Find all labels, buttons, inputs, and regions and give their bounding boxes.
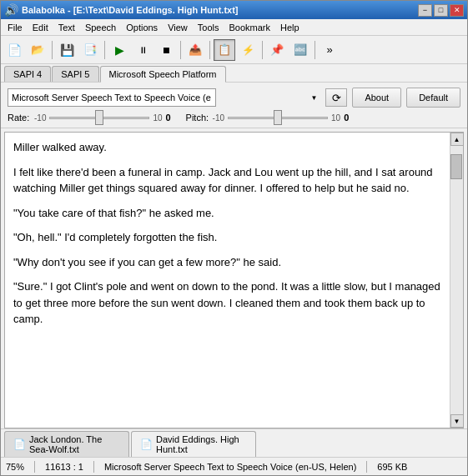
rate-min: -10 xyxy=(34,113,46,123)
menubar: FileEditTextSpeechOptionsViewToolsBookma… xyxy=(1,19,467,36)
active-doc-button[interactable]: 📋 xyxy=(214,39,235,61)
tab-microsoft-speech[interactable]: Microsoft Speech Platform xyxy=(100,66,226,83)
file-tab-sea-wolf[interactable]: 📄 Jack London. The Sea-Wolf.txt xyxy=(4,431,129,457)
toolbar-sep-1 xyxy=(52,41,53,59)
play-button[interactable]: ▶ xyxy=(108,39,130,61)
toolbar-sep-4 xyxy=(209,41,210,59)
minimize-button[interactable]: − xyxy=(418,4,432,17)
scrollbar: ▲ ▼ xyxy=(450,133,463,428)
status-size: 695 KB xyxy=(377,462,407,472)
rate-max: 10 xyxy=(153,113,162,123)
file-tab-label-1: Jack London. The Sea-Wolf.txt xyxy=(29,434,120,454)
status-position: 11613 : 1 xyxy=(45,462,83,472)
voice-select[interactable]: Microsoft Server Speech Text to Speech V… xyxy=(8,88,216,107)
slider-row: Rate: -10 10 0 Pitch: -10 10 0 xyxy=(8,113,460,123)
scrollbar-up-button[interactable]: ▲ xyxy=(450,133,464,146)
menu-item-speech[interactable]: Speech xyxy=(80,21,121,34)
open-button[interactable]: 📂 xyxy=(27,39,48,61)
text-editor[interactable]: Miller walked away.I felt like there'd b… xyxy=(5,133,450,428)
file-tab-high-hunt[interactable]: 📄 David Eddings. High Hunt.txt xyxy=(131,431,256,457)
file-tabs: 📄 Jack London. The Sea-Wolf.txt 📄 David … xyxy=(1,428,467,457)
status-zoom: 75% xyxy=(6,462,24,472)
status-sep-1 xyxy=(34,461,35,473)
rate-slider[interactable] xyxy=(49,117,149,119)
saveas-button[interactable]: 📑 xyxy=(79,39,101,61)
pitch-group: Pitch: -10 10 0 xyxy=(186,113,358,123)
stop-button[interactable]: ⏹ xyxy=(155,39,177,61)
text-paragraph: I felt like there'd been a funeral in ca… xyxy=(13,164,441,197)
toolbar-sep-3 xyxy=(180,41,181,59)
refresh-button[interactable]: ⟳ xyxy=(325,88,347,107)
default-button[interactable]: Default xyxy=(406,88,460,108)
split-button[interactable]: ⚡ xyxy=(237,39,259,61)
maximize-button[interactable]: □ xyxy=(434,4,448,17)
toolbar: 📄 📂 💾 📑 ▶ ⏸ ⏹ 📤 📋 ⚡ 📌 🔤 » xyxy=(1,36,467,64)
status-sep-3 xyxy=(366,461,367,473)
window-title: Balabolka - [E:\Text\David Eddings. High… xyxy=(22,5,239,15)
menu-item-view[interactable]: View xyxy=(163,21,193,34)
text-paragraph: "You take care of that fish?" he asked m… xyxy=(13,205,441,222)
close-button[interactable]: ✕ xyxy=(450,4,464,17)
new-button[interactable]: 📄 xyxy=(3,39,25,61)
app-icon: 🔊 xyxy=(4,3,18,17)
file-tab-icon-1: 📄 xyxy=(13,438,26,450)
text-paragraph: "Oh, hell." I'd completely forgotten the… xyxy=(13,229,441,246)
window-controls: − □ ✕ xyxy=(418,4,464,17)
pitch-label: Pitch: xyxy=(186,113,209,123)
menu-item-tools[interactable]: Tools xyxy=(193,21,224,34)
titlebar-left: 🔊 Balabolka - [E:\Text\David Eddings. Hi… xyxy=(4,3,239,17)
menu-item-help[interactable]: Help xyxy=(275,21,304,34)
toolbar-sep-6 xyxy=(315,41,315,59)
rate-group: Rate: -10 10 0 xyxy=(8,113,179,123)
pitch-min: -10 xyxy=(213,113,224,123)
rate-value: 0 xyxy=(166,113,179,123)
pitch-value: 0 xyxy=(344,113,357,123)
file-tab-icon-2: 📄 xyxy=(140,438,153,450)
toolbar-sep-5 xyxy=(262,41,263,59)
text-area-wrapper: Miller walked away.I felt like there'd b… xyxy=(4,132,464,428)
scrollbar-track[interactable] xyxy=(450,146,463,414)
clip1-button[interactable]: 📌 xyxy=(266,39,288,61)
menu-item-edit[interactable]: Edit xyxy=(28,21,53,34)
text-paragraph: Miller walked away. xyxy=(13,139,441,156)
main-window: 🔊 Balabolka - [E:\Text\David Eddings. Hi… xyxy=(0,0,468,476)
scrollbar-down-button[interactable]: ▼ xyxy=(450,414,464,428)
rate-label: Rate: xyxy=(8,113,31,123)
voice-select-wrapper: Microsoft Server Speech Text to Speech V… xyxy=(8,88,320,107)
clip2-button[interactable]: 🔤 xyxy=(289,39,311,61)
file-tab-label-2: David Eddings. High Hunt.txt xyxy=(156,434,247,454)
toolbar-sep-2 xyxy=(104,41,105,59)
save-button[interactable]: 💾 xyxy=(56,39,78,61)
pause-button[interactable]: ⏸ xyxy=(132,39,153,61)
menu-item-bookmark[interactable]: Bookmark xyxy=(224,21,275,34)
menu-item-text[interactable]: Text xyxy=(53,21,80,34)
text-paragraph: "Sure." I got Clint's pole and went on d… xyxy=(13,278,441,328)
titlebar: 🔊 Balabolka - [E:\Text\David Eddings. Hi… xyxy=(1,1,467,19)
export-button[interactable]: 📤 xyxy=(184,39,206,61)
tab-sapi5[interactable]: SAPI 5 xyxy=(52,66,98,82)
scrollbar-thumb[interactable] xyxy=(450,154,462,179)
about-button[interactable]: About xyxy=(352,88,401,108)
tts-tabs: SAPI 4 SAPI 5 Microsoft Speech Platform xyxy=(1,64,467,83)
voice-select-row: Microsoft Server Speech Text to Speech V… xyxy=(8,88,460,108)
menu-item-file[interactable]: File xyxy=(3,21,28,34)
text-paragraph: "Why don't you see if you can get a few … xyxy=(13,254,441,271)
menu-item-options[interactable]: Options xyxy=(121,21,163,34)
pitch-slider[interactable] xyxy=(228,117,328,119)
more-button[interactable]: » xyxy=(319,39,340,61)
tab-sapi4[interactable]: SAPI 4 xyxy=(4,66,51,82)
status-voice: Microsoft Server Speech Text to Speech V… xyxy=(104,462,356,472)
statusbar: 75% 11613 : 1 Microsoft Server Speech Te… xyxy=(1,457,467,475)
pitch-max: 10 xyxy=(331,113,340,123)
status-sep-2 xyxy=(93,461,94,473)
voice-panel: Microsoft Server Speech Text to Speech V… xyxy=(1,83,467,128)
